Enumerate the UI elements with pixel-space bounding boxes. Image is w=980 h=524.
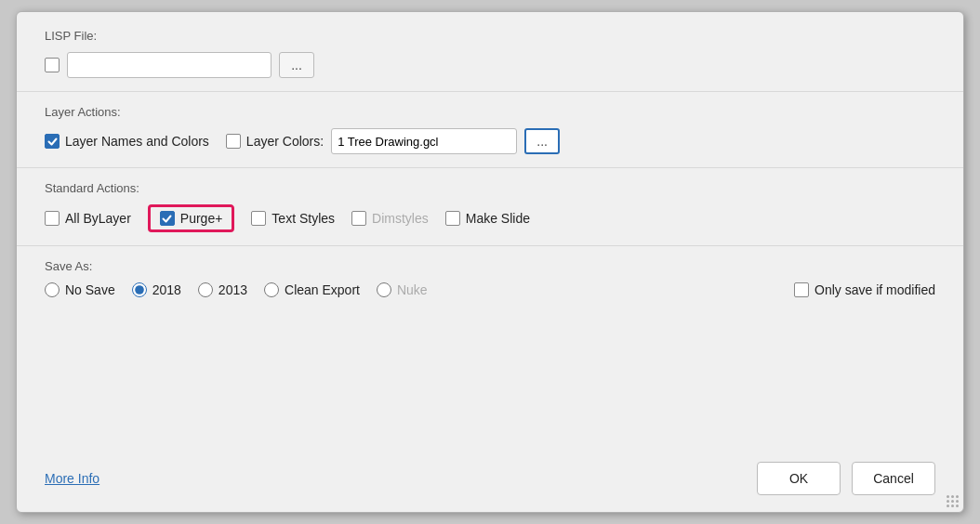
lisp-row: ...	[45, 52, 935, 78]
all-bylayer-label: All ByLayer	[65, 211, 131, 226]
resize-dot	[947, 500, 949, 503]
resize-dot	[951, 504, 954, 507]
layer-colors-row: Layer Colors: ...	[226, 128, 560, 154]
resize-dot	[947, 504, 949, 507]
year-2013-label: 2013	[219, 282, 247, 297]
standard-section-label: Standard Actions:	[45, 181, 935, 195]
dimstyles-checkbox-item[interactable]: Dimstyles	[351, 211, 429, 226]
resize-dot	[956, 495, 959, 498]
layer-colors-browse-button[interactable]: ...	[524, 128, 560, 154]
layer-row: Layer Names and Colors Layer Colors: ...	[45, 128, 935, 154]
year-2018-radio[interactable]	[132, 282, 147, 297]
dimstyles-checkbox[interactable]	[351, 211, 366, 226]
layer-colors-label: Layer Colors:	[246, 134, 324, 149]
layer-section-label: Layer Actions:	[45, 105, 935, 119]
layer-names-checkbox[interactable]	[45, 134, 60, 149]
purge-checkbox-item[interactable]: Purge+	[160, 211, 223, 226]
year-2018-label: 2018	[152, 282, 181, 297]
footer: More Info OK Cancel	[17, 445, 963, 512]
saveas-row: No Save 2018 2013 Clean Export Nuke	[45, 282, 935, 297]
make-slide-checkbox-item[interactable]: Make Slide	[445, 211, 530, 226]
more-info-link[interactable]: More Info	[45, 471, 99, 486]
resize-dot	[956, 504, 959, 507]
footer-buttons: OK Cancel	[757, 462, 935, 495]
purge-label: Purge+	[180, 211, 223, 226]
layer-section: Layer Actions: Layer Names and Colors La…	[17, 92, 963, 168]
all-bylayer-checkbox[interactable]	[45, 211, 60, 226]
clean-export-label: Clean Export	[285, 282, 360, 297]
saveas-section-label: Save As:	[45, 259, 935, 273]
layer-names-label: Layer Names and Colors	[65, 134, 209, 149]
no-save-radio-item[interactable]: No Save	[45, 282, 115, 297]
saveas-section: Save As: No Save 2018 2013 Clean Export	[17, 246, 963, 310]
standard-row: All ByLayer Purge+ Text Styles	[45, 204, 935, 232]
lisp-browse-button[interactable]: ...	[279, 52, 314, 78]
clean-export-radio-item[interactable]: Clean Export	[264, 282, 360, 297]
main-dialog: LISP File: ... Layer Actions: Layer Name…	[16, 11, 964, 513]
text-styles-checkbox[interactable]	[251, 211, 266, 226]
clean-export-radio[interactable]	[264, 282, 279, 297]
layer-colors-checkbox[interactable]	[226, 134, 241, 149]
layer-colors-textbox[interactable]	[331, 128, 517, 154]
lisp-section: LISP File: ...	[17, 12, 963, 92]
only-save-checkbox-item[interactable]: Only save if modified	[794, 282, 935, 297]
cancel-button[interactable]: Cancel	[852, 462, 935, 495]
resize-dot	[951, 500, 954, 503]
lisp-checkbox[interactable]	[45, 58, 60, 72]
text-styles-label: Text Styles	[271, 211, 335, 226]
make-slide-label: Make Slide	[466, 211, 530, 226]
year-2013-radio[interactable]	[198, 282, 213, 297]
year-2018-radio-item[interactable]: 2018	[132, 282, 181, 297]
nuke-label: Nuke	[397, 282, 428, 297]
standard-section: Standard Actions: All ByLayer Purge+	[17, 168, 963, 246]
ok-button[interactable]: OK	[757, 462, 841, 495]
lisp-label: LISP File:	[45, 29, 935, 43]
all-bylayer-checkbox-item[interactable]: All ByLayer	[45, 211, 131, 226]
year-2013-radio-item[interactable]: 2013	[198, 282, 247, 297]
no-save-label: No Save	[65, 282, 115, 297]
resize-handle[interactable]	[947, 495, 960, 508]
lisp-textbox[interactable]	[67, 52, 271, 78]
purge-checkbox[interactable]	[160, 211, 175, 226]
layer-names-checkbox-item[interactable]: Layer Names and Colors	[45, 134, 209, 149]
nuke-radio[interactable]	[377, 282, 391, 297]
text-styles-checkbox-item[interactable]: Text Styles	[251, 211, 335, 226]
purge-highlight-box: Purge+	[148, 204, 235, 232]
only-save-checkbox[interactable]	[794, 282, 809, 297]
only-save-label: Only save if modified	[814, 282, 935, 297]
layer-colors-checkbox-item[interactable]: Layer Colors:	[226, 134, 324, 149]
dimstyles-label: Dimstyles	[372, 211, 429, 226]
no-save-radio[interactable]	[45, 282, 60, 297]
resize-dot	[956, 500, 959, 503]
resize-dot	[951, 495, 954, 498]
make-slide-checkbox[interactable]	[445, 211, 460, 226]
resize-dot	[947, 495, 949, 498]
nuke-radio-item[interactable]: Nuke	[377, 282, 428, 297]
